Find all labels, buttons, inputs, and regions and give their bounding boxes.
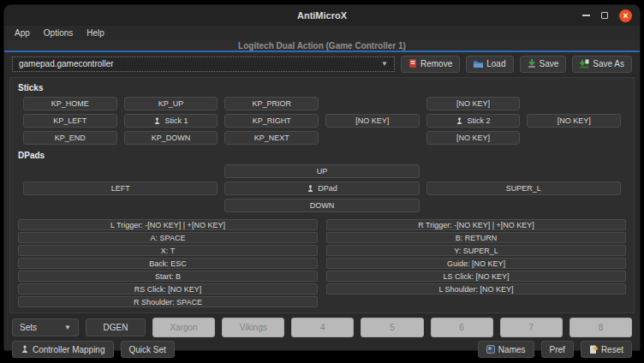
dpad-button-super-l[interactable]: SUPER_L (426, 182, 621, 195)
menu-item-app[interactable]: App (8, 27, 37, 39)
app-window: AntiMicroX × AppOptionsHelp Logitech Dua… (3, 4, 641, 351)
save-as-icon (580, 59, 589, 68)
save-as-button-label: Save As (593, 59, 624, 68)
dpad-button-label: UP (317, 167, 328, 176)
gamepad-icon (21, 345, 29, 354)
controller-button-rs-click[interactable]: RS Click: [NO KEY] (18, 283, 318, 295)
stick-button-no-key[interactable]: [NO KEY] (426, 131, 521, 145)
controller-button-x[interactable]: X: T (18, 245, 318, 256)
names-toggle-button[interactable]: Names (478, 341, 534, 358)
window-controls: × (582, 5, 632, 26)
save-as-button[interactable]: Save As (572, 56, 632, 73)
save-button[interactable]: Save (520, 56, 567, 73)
tab-controller[interactable]: Logitech Dual Action (Game Controller 1) (238, 41, 406, 51)
buttons-grid: L Trigger: -[NO KEY] | +[NO KEY]R Trigge… (18, 219, 626, 307)
stick-spacer (325, 97, 420, 110)
stick-button-stick-2[interactable]: Stick 2 (426, 114, 521, 128)
set-tab-7[interactable]: 7 (500, 318, 563, 337)
chevron-down-icon: ▼ (381, 60, 388, 68)
set-tab-5[interactable]: 5 (361, 318, 423, 337)
load-button-label: Load (486, 59, 505, 68)
stick-button-label: KP_RIGHT (253, 116, 291, 125)
stick-button-label: Stick 1 (164, 116, 188, 125)
remove-button[interactable]: Remove (401, 56, 460, 73)
sets-dropdown-button[interactable]: Sets ▼ (12, 318, 79, 336)
save-button-label: Save (540, 59, 559, 68)
stick-button-kp-home[interactable]: KP_HOME (23, 97, 117, 110)
titlebar: AntiMicroX × (4, 5, 640, 26)
stick-button-kp-next[interactable]: KP_NEXT (224, 131, 319, 145)
reset-icon (589, 345, 598, 354)
controller-button-r-shoulder[interactable]: R Shoulder: SPACE (18, 296, 318, 307)
pref-button[interactable]: Pref (541, 341, 574, 358)
stick-button-no-key[interactable]: [NO KEY] (527, 114, 621, 128)
close-icon[interactable]: × (619, 9, 632, 22)
set-tab-4[interactable]: 4 (291, 318, 354, 337)
stick-button-kp-prior[interactable]: KP_PRIOR (224, 97, 319, 110)
dpad-button-left[interactable]: LEFT (23, 182, 218, 195)
load-button[interactable]: Load (466, 56, 513, 73)
set-tab-6[interactable]: 6 (431, 318, 493, 337)
controller-button-back[interactable]: Back: ESC (18, 258, 318, 269)
stick-button-kp-up[interactable]: KP_UP (124, 97, 218, 110)
set-tab-xargon[interactable]: Xargon (152, 318, 215, 337)
dpad-button-up[interactable]: UP (224, 164, 419, 178)
quick-set-button[interactable]: Quick Set (121, 341, 175, 358)
stick-button-no-key[interactable]: [NO KEY] (426, 97, 521, 110)
controller-button-start[interactable]: Start: B (18, 271, 318, 282)
stick-button-no-key[interactable]: [NO KEY] (325, 114, 420, 128)
stick-button-label: KP_PRIOR (252, 99, 291, 108)
controller-button-l-trigger[interactable]: L Trigger: -[NO KEY] | +[NO KEY] (18, 219, 318, 230)
stick-button-label: KP_DOWN (152, 134, 191, 142)
profile-toolbar: gamepad.gamecontroller ▼ Remove Load Sav… (4, 52, 640, 75)
stick-button-kp-left[interactable]: KP_LEFT (23, 114, 117, 128)
stick-button-label: KP_LEFT (53, 116, 86, 125)
reset-button[interactable]: Reset (581, 341, 632, 358)
controller-button-a[interactable]: A: SPACE (18, 232, 318, 243)
stick-button-stick-1[interactable]: Stick 1 (124, 114, 218, 128)
controller-button-r-trigger[interactable]: R Trigger: -[NO KEY] | +[NO KEY] (326, 219, 626, 230)
stick-spacer (325, 131, 420, 145)
controller-button-b[interactable]: B: RETURN (326, 232, 626, 243)
stick-button-label: [NO KEY] (456, 99, 490, 108)
controller-button-ls-click[interactable]: LS Click: [NO KEY] (326, 271, 626, 282)
stick-button-label: KP_END (55, 134, 86, 142)
set-tab-vikings[interactable]: Vikings (222, 318, 284, 337)
profile-combobox-value: gamepad.gamecontroller (19, 59, 114, 68)
stick-spacer (527, 131, 621, 145)
gamepad-icon (307, 185, 314, 193)
stick-button-kp-right[interactable]: KP_RIGHT (224, 114, 319, 128)
sticks-grid: KP_HOMEKP_UPKP_PRIOR[NO KEY]KP_LEFTStick… (23, 97, 621, 145)
dpads-group-label: DPads (18, 151, 626, 160)
remove-icon (408, 59, 417, 68)
dpad-button-dpad[interactable]: DPad (224, 182, 419, 195)
set-tab-active[interactable]: DGEN (86, 318, 146, 336)
set-tab-8[interactable]: 8 (569, 318, 632, 337)
dpad-button-down[interactable]: DOWN (224, 199, 419, 212)
controller-button-l-shoulder[interactable]: L Shoulder: [NO KEY] (326, 283, 626, 295)
dpads-grid: UPLEFTDPadSUPER_LDOWN (23, 164, 621, 212)
statusbar: Controller Mapping Quick Set Names Pref … (4, 337, 640, 358)
set-tabs: XargonVikings45678 (152, 318, 632, 337)
stick-button-kp-down[interactable]: KP_DOWN (124, 131, 218, 145)
dpad-spacer (23, 164, 218, 178)
dpad-spacer (426, 199, 621, 212)
dpad-spacer (23, 199, 218, 212)
gamepad-icon (153, 117, 161, 125)
menubar: AppOptionsHelp (4, 26, 640, 40)
stick-button-label: [NO KEY] (456, 134, 490, 142)
menu-item-help[interactable]: Help (80, 27, 111, 39)
controller-button-y[interactable]: Y: SUPER_L (326, 245, 626, 256)
dpad-button-label: LEFT (111, 184, 130, 193)
controller-mapping-label: Controller Mapping (33, 345, 105, 354)
stick-button-label: KP_NEXT (254, 134, 289, 142)
profile-combobox[interactable]: gamepad.gamecontroller ▼ (12, 57, 395, 72)
controller-mapping-button[interactable]: Controller Mapping (12, 341, 114, 358)
menu-item-options[interactable]: Options (37, 27, 80, 39)
remove-button-label: Remove (420, 59, 452, 68)
minimize-icon[interactable] (582, 15, 590, 16)
maximize-icon[interactable] (601, 12, 608, 19)
window-title: AntiMicroX (297, 10, 347, 21)
controller-button-guide[interactable]: Guide: [NO KEY] (326, 258, 626, 269)
stick-button-kp-end[interactable]: KP_END (23, 131, 117, 145)
